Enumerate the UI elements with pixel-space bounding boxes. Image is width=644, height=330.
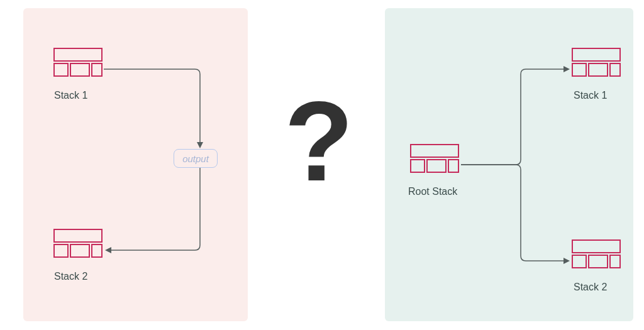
- svg-rect-14: [427, 160, 446, 172]
- svg-rect-2: [54, 48, 102, 61]
- stack-icon: [571, 47, 621, 84]
- left-stack2-label: Stack 2: [54, 271, 87, 282]
- output-box: output: [174, 149, 218, 168]
- svg-rect-15: [448, 160, 458, 172]
- output-text: output: [182, 153, 209, 164]
- svg-rect-12: [411, 145, 458, 157]
- right-stack1-label: Stack 1: [574, 90, 607, 101]
- svg-rect-5: [92, 63, 102, 76]
- svg-rect-21: [572, 255, 586, 268]
- root-stack-label: Root Stack: [408, 186, 457, 197]
- svg-rect-6: [54, 229, 102, 242]
- svg-rect-4: [70, 63, 89, 76]
- svg-rect-18: [589, 63, 608, 76]
- stack-icon: [53, 47, 103, 84]
- right-stack2-label: Stack 2: [574, 282, 607, 293]
- svg-rect-23: [610, 255, 620, 268]
- svg-rect-17: [572, 63, 586, 76]
- svg-rect-8: [70, 245, 89, 257]
- svg-rect-7: [54, 245, 68, 257]
- svg-rect-9: [92, 245, 102, 257]
- stack-icon: [53, 228, 103, 265]
- svg-rect-13: [411, 160, 425, 172]
- svg-rect-22: [589, 255, 608, 268]
- svg-rect-16: [572, 48, 620, 61]
- stack-icon: [409, 143, 460, 180]
- svg-rect-19: [610, 63, 620, 76]
- svg-rect-3: [54, 63, 68, 76]
- stack-icon: [571, 239, 621, 275]
- left-stack1-label: Stack 1: [54, 90, 87, 101]
- diagram-canvas: Stack 1 output Stack 2 ? Root Stack S: [0, 0, 644, 330]
- svg-rect-20: [572, 240, 620, 253]
- question-mark: ?: [284, 85, 353, 198]
